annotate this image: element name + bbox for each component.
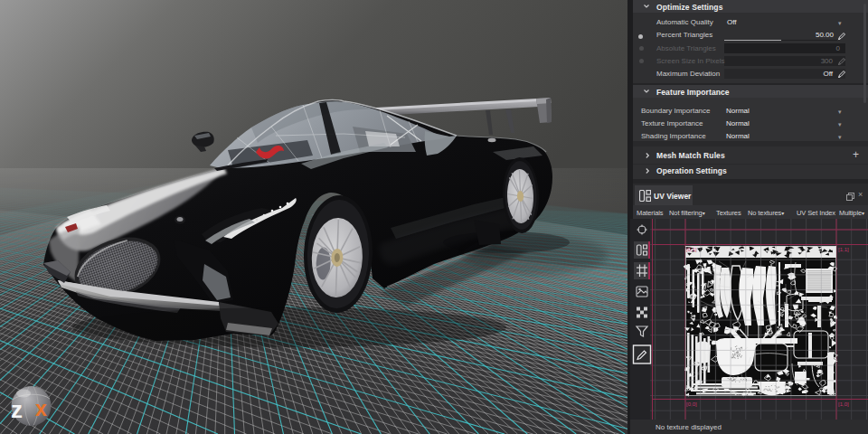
- svg-text:z: z: [11, 396, 23, 423]
- svg-text:x: x: [35, 397, 47, 420]
- svg-text:[1,1]: [1,1]: [838, 247, 849, 252]
- svg-text:[0,0]: [0,0]: [686, 401, 697, 407]
- svg-text:[0,1]: [0,1]: [686, 247, 697, 252]
- svg-text:[1,0]: [1,0]: [838, 401, 849, 407]
